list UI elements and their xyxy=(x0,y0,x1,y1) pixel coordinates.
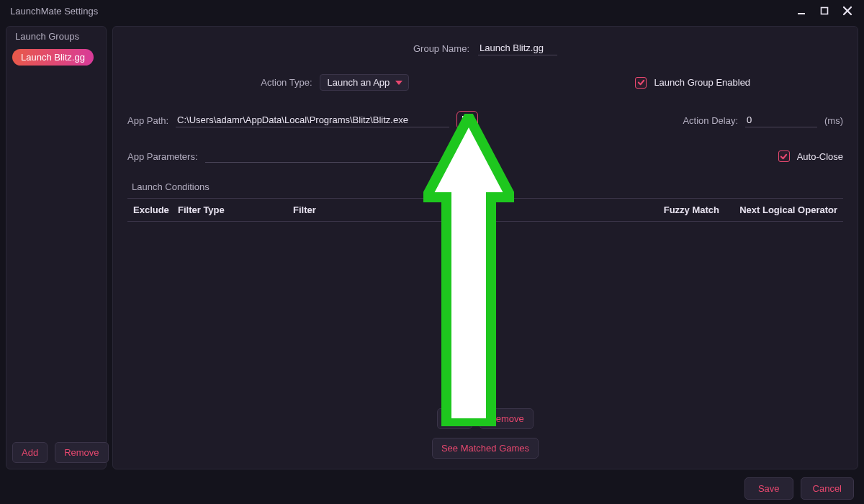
window-title: LaunchMate Settings xyxy=(10,6,98,17)
folder-open-icon xyxy=(462,114,473,126)
button-label: Remove xyxy=(489,413,523,424)
auto-close-label: Auto-Close xyxy=(797,151,843,162)
close-button[interactable] xyxy=(837,1,858,21)
button-label: Save xyxy=(758,483,780,494)
col-next-logical-operator: Next Logical Operator xyxy=(725,199,843,221)
main-panel: Group Name: Launch Blitz.gg Action Type:… xyxy=(112,26,858,469)
chevron-down-icon xyxy=(395,81,402,85)
button-label: Add xyxy=(446,413,463,424)
sidebar: Launch Groups Launch Blitz.gg Add Remove xyxy=(6,26,107,469)
action-delay-label: Action Delay: xyxy=(683,115,738,126)
group-name-input[interactable]: Launch Blitz.gg xyxy=(478,41,557,55)
sidebar-title: Launch Groups xyxy=(12,27,100,49)
button-label: Add xyxy=(22,447,38,458)
browse-folder-button[interactable] xyxy=(456,111,478,130)
button-label: Remove xyxy=(64,447,99,458)
svg-rect-1 xyxy=(822,8,828,14)
see-matched-games-button[interactable]: See Matched Games xyxy=(432,438,539,459)
window-controls xyxy=(791,1,858,21)
col-filter-type: Filter Type xyxy=(172,199,287,221)
col-fuzzy-match: Fuzzy Match xyxy=(653,199,725,221)
action-delay-unit: (ms) xyxy=(824,115,843,126)
col-exclude: Exclude xyxy=(127,199,172,221)
auto-close-checkbox[interactable] xyxy=(778,150,790,162)
launch-conditions-section: Launch Conditions Exclude Filter Type Fi… xyxy=(127,179,843,459)
cancel-button[interactable]: Cancel xyxy=(801,477,854,500)
launch-conditions-title: Launch Conditions xyxy=(127,179,843,195)
app-params-input[interactable] xyxy=(205,150,464,163)
condition-add-button[interactable]: Add xyxy=(437,408,472,429)
app-params-label: App Parameters: xyxy=(127,151,198,162)
button-label: Cancel xyxy=(813,483,842,494)
svg-rect-0 xyxy=(798,13,805,14)
col-filter: Filter xyxy=(287,199,653,221)
button-label: See Matched Games xyxy=(441,443,529,454)
action-delay-input[interactable]: 0 xyxy=(745,113,817,127)
maximize-button[interactable] xyxy=(814,1,835,21)
app-path-label: App Path: xyxy=(127,115,168,126)
action-type-label: Action Type: xyxy=(261,77,312,88)
save-button[interactable]: Save xyxy=(744,477,793,500)
minimize-button[interactable] xyxy=(791,1,812,21)
sidebar-add-button[interactable]: Add xyxy=(12,442,48,463)
app-path-input[interactable]: C:\Users\adamr\AppData\Local\Programs\Bl… xyxy=(176,113,449,127)
launch-group-enabled-checkbox[interactable] xyxy=(635,77,647,89)
sidebar-item-label: Launch Blitz.gg xyxy=(21,52,85,63)
group-name-label: Group Name: xyxy=(413,43,469,54)
dialog-footer: Save Cancel xyxy=(0,472,864,504)
launch-group-enabled-label: Launch Group Enabled xyxy=(654,77,750,88)
title-bar: LaunchMate Settings xyxy=(0,0,864,22)
conditions-table-body xyxy=(127,222,843,404)
conditions-table-header: Exclude Filter Type Filter Fuzzy Match N… xyxy=(127,198,843,222)
action-type-select[interactable]: Launch an App xyxy=(320,74,410,91)
sidebar-item-launch-blitz[interactable]: Launch Blitz.gg xyxy=(12,49,94,66)
condition-remove-button[interactable]: Remove xyxy=(480,408,533,429)
action-type-value: Launch an App xyxy=(328,77,390,88)
sidebar-remove-button[interactable]: Remove xyxy=(55,442,108,463)
